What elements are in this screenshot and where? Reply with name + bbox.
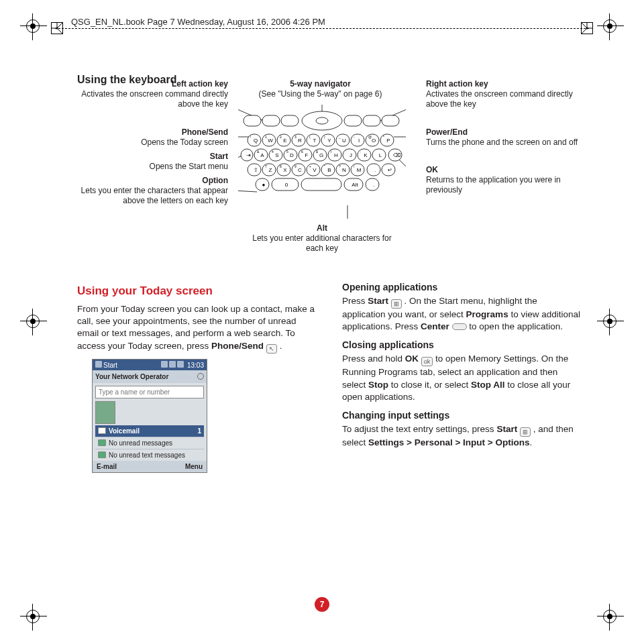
svg-text:A: A	[260, 152, 264, 158]
svg-text:0: 0	[285, 182, 288, 188]
svg-text:_: _	[338, 135, 341, 139]
svg-text:T: T	[313, 138, 317, 144]
svg-rect-20	[382, 115, 399, 126]
svg-rect-19	[363, 115, 380, 126]
svg-text:$: $	[316, 150, 318, 154]
svg-text:U: U	[342, 138, 346, 144]
phone-send-icon: ↖	[266, 344, 277, 354]
svg-text:8: 8	[280, 164, 282, 168]
svg-text:": "	[324, 164, 325, 168]
ok-icon: ok	[421, 357, 433, 366]
svg-text:O: O	[372, 138, 376, 144]
center-icon	[452, 323, 467, 330]
svg-text:Z: Z	[269, 167, 272, 173]
svg-text::: :	[360, 150, 361, 154]
svg-text:9: 9	[294, 164, 297, 168]
svg-text:F: F	[305, 152, 309, 158]
input-paragraph: To adjust the text entry settings, press…	[342, 423, 580, 449]
label-ok: OK Returns to the application you were i…	[426, 165, 580, 195]
svg-point-17	[316, 117, 328, 124]
svg-text:3: 3	[294, 135, 297, 139]
svg-text:X: X	[283, 167, 287, 173]
svg-text:R: R	[298, 138, 302, 144]
svg-text:7: 7	[265, 164, 267, 168]
svg-text:M: M	[357, 167, 362, 173]
svg-text:⇥: ⇥	[246, 152, 251, 158]
svg-text:Q: Q	[254, 138, 258, 144]
svg-text:.: .	[374, 167, 376, 173]
svg-text:+: +	[309, 164, 311, 168]
today-screen-mock: Start 13:03 Your Network Operator Type a…	[92, 359, 207, 473]
svg-text:P: P	[386, 138, 390, 144]
svg-text:V: V	[313, 167, 317, 173]
close-paragraph: Press and hold OK ok to open Memory Sett…	[342, 353, 580, 403]
label-left-action: Left action key Activates the onscreen c…	[77, 79, 228, 109]
heading-opening-apps: Opening applications	[342, 282, 580, 292]
label-power-end: Power/End Turns the phone and the screen…	[426, 127, 580, 148]
svg-rect-13	[244, 115, 261, 126]
doc-header: QSG_EN_NL.book Page 7 Wednesday, August …	[67, 17, 329, 27]
today-picture-icon	[95, 401, 115, 424]
start-icon: ⊞	[391, 299, 402, 309]
today-paragraph: From your Today screen you can look up a…	[77, 303, 315, 354]
svg-text:2: 2	[280, 135, 282, 139]
page-number-badge: 7	[315, 597, 329, 612]
label-start: Start Opens the Start menu	[77, 152, 228, 172]
heading-input-settings: Changing input settings	[342, 410, 580, 421]
label-alt: Alt Lets you enter additional characters…	[252, 223, 392, 254]
svg-text:⇧: ⇧	[254, 167, 258, 173]
svg-rect-18	[344, 115, 362, 126]
svg-text:': '	[345, 150, 346, 154]
svg-text:4: 4	[272, 150, 274, 154]
open-paragraph: Press Start ⊞ . On the Start menu, highl…	[342, 295, 580, 333]
svg-text:1: 1	[265, 135, 267, 139]
svg-text:K: K	[364, 152, 368, 158]
svg-text:5: 5	[286, 150, 288, 154]
svg-rect-112	[301, 178, 341, 191]
label-option: Option Lets you enter the characters tha…	[77, 176, 228, 206]
svg-text:L: L	[379, 152, 382, 158]
start-icon-2: ⊞	[520, 427, 531, 437]
svg-text:Alt: Alt	[352, 182, 358, 188]
svg-text:?: ?	[339, 164, 341, 168]
svg-text:.: .	[373, 182, 374, 188]
svg-text:E: E	[283, 138, 286, 144]
svg-text:⌫: ⌫	[393, 152, 400, 158]
svg-text:Y: Y	[327, 138, 331, 144]
label-phone-send: Phone/Send Opens the Today screen	[77, 127, 228, 148]
label-5way: 5-way navigator (See "Using the 5-way" o…	[245, 79, 396, 99]
today-search-input: Type a name or number	[95, 386, 204, 398]
svg-text:C: C	[298, 167, 302, 173]
heading-closing-apps: Closing applications	[342, 339, 580, 350]
svg-text:@: @	[368, 135, 372, 139]
svg-text:W: W	[268, 138, 273, 144]
svg-text:S: S	[275, 152, 278, 158]
svg-text:!: !	[250, 135, 251, 139]
label-right-action: Right action key Activates the onscreen …	[426, 79, 580, 109]
svg-text:J: J	[350, 152, 352, 158]
svg-text:B: B	[327, 167, 331, 173]
svg-text:G: G	[319, 152, 323, 158]
svg-text:6: 6	[301, 150, 303, 154]
heading-today: Using your Today screen	[77, 284, 315, 298]
header-rule	[55, 28, 589, 29]
svg-text:I: I	[358, 138, 360, 144]
svg-line-11	[238, 191, 257, 192]
svg-text:●: ●	[262, 182, 266, 188]
keyboard-diagram: 5-way navigator (See "Using the 5-way" o…	[77, 93, 580, 260]
keyboard-svg: Q!W1E2R3T(Y)U_I-O@P*A&S4D5F6G$HIJ'K:LZ7X…	[238, 105, 406, 219]
svg-rect-14	[262, 115, 280, 126]
svg-rect-15	[281, 115, 299, 126]
svg-text:D: D	[290, 152, 294, 158]
svg-text:*: *	[383, 135, 384, 139]
svg-text:H: H	[334, 152, 338, 158]
svg-text:N: N	[342, 167, 346, 173]
svg-text:↵: ↵	[388, 167, 392, 173]
svg-text:I: I	[331, 150, 331, 154]
